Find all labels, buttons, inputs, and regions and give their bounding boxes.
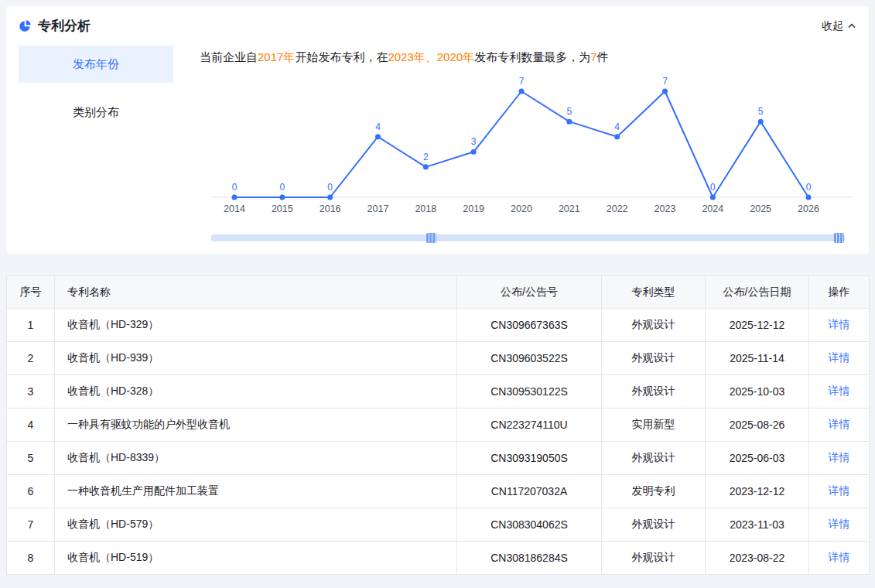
summary-part: 件 [596, 50, 608, 63]
detail-link[interactable]: 详情 [829, 484, 850, 497]
table-row: 1 收音机（HD-329） CN309667363S 外观设计 2025-12-… [7, 309, 870, 342]
cell-patent-name: 收音机（HD-939） [55, 342, 457, 375]
cell-patent-name: 收音机（HD-519） [55, 542, 457, 575]
svg-text:0: 0 [710, 182, 716, 193]
cell-patent-name: 收音机（HD-329） [55, 309, 457, 342]
detail-link[interactable]: 详情 [829, 451, 850, 463]
patent-table-card: 序号 专利名称 公布/公告号 专利类型 公布/公告日期 操作 1 收音机（HD-… [6, 275, 869, 575]
publication-year-line-chart: 0201402015020164201722018320197202052021… [200, 67, 856, 233]
patent-table: 序号 专利名称 公布/公告号 专利类型 公布/公告日期 操作 1 收音机（HD-… [6, 275, 870, 575]
cell-patent-type: 外观设计 [602, 342, 706, 375]
cell-patent-type: 外观设计 [602, 375, 706, 409]
cell-pub-date: 2023-08-22 [706, 542, 809, 575]
svg-text:4: 4 [614, 121, 620, 132]
cell-pub-date: 2025-12-12 [706, 309, 809, 342]
svg-text:4: 4 [375, 121, 381, 132]
cell-pub-number: CN309319050S [457, 442, 602, 475]
svg-text:7: 7 [519, 76, 525, 87]
svg-text:5: 5 [758, 106, 764, 117]
cell-index: 2 [7, 342, 55, 375]
tab-publish-year[interactable]: 发布年份 [19, 46, 173, 83]
cell-pub-date: 2025-08-26 [706, 409, 809, 442]
cell-patent-name: 一种具有驱蚊功能的户外型收音机 [55, 409, 457, 442]
svg-text:2: 2 [423, 152, 429, 162]
cell-patent-type: 发明专利 [602, 475, 706, 508]
svg-text:7: 7 [662, 76, 668, 87]
svg-text:0: 0 [806, 182, 812, 193]
cell-pub-number: CN308304062S [457, 508, 602, 542]
cell-index: 8 [7, 542, 55, 575]
cell-index: 6 [7, 475, 55, 508]
svg-text:2014: 2014 [224, 203, 245, 214]
cell-patent-name: 收音机（HD-579） [55, 508, 457, 542]
svg-text:2015: 2015 [272, 203, 293, 214]
tab-category-distribution[interactable]: 类别分布 [19, 94, 173, 131]
detail-link[interactable]: 详情 [829, 551, 850, 563]
pie-chart-icon [19, 19, 32, 32]
page-title: 专利分析 [38, 17, 91, 35]
cell-pub-number: CN117207032A [457, 475, 602, 508]
cell-pub-number: CN223274110U [457, 409, 602, 442]
data-zoom-left-handle[interactable] [426, 233, 436, 243]
cell-index: 1 [7, 309, 55, 342]
table-row: 4 一种具有驱蚊功能的户外型收音机 CN223274110U 实用新型 2025… [7, 409, 870, 442]
svg-text:2018: 2018 [415, 203, 436, 214]
cell-patent-type: 外观设计 [602, 542, 706, 575]
cell-index: 4 [7, 409, 55, 442]
cell-patent-type: 实用新型 [602, 409, 706, 442]
cell-pub-date: 2025-06-03 [706, 442, 809, 475]
table-header-row: 序号 专利名称 公布/公告号 专利类型 公布/公告日期 操作 [7, 276, 870, 309]
svg-text:2019: 2019 [463, 203, 484, 214]
svg-text:0: 0 [279, 182, 285, 193]
svg-text:5: 5 [566, 106, 572, 117]
detail-link[interactable]: 详情 [829, 318, 850, 330]
chart-area: 当前企业自2017年开始发布专利，在2023年、2020年发布专利数量最多，为7… [173, 46, 856, 241]
svg-text:0: 0 [327, 182, 333, 193]
summary-text: 当前企业自2017年开始发布专利，在2023年、2020年发布专利数量最多，为7… [200, 49, 856, 66]
summary-highlight-top-years: 2023年、2020年 [388, 50, 474, 63]
svg-text:2024: 2024 [702, 203, 723, 214]
tab-category-distribution-label: 类别分布 [73, 105, 119, 120]
svg-text:2016: 2016 [320, 203, 341, 214]
cell-patent-type: 外观设计 [602, 508, 706, 542]
header-patent-type: 专利类型 [602, 276, 706, 309]
data-zoom-right-handle[interactable] [834, 233, 844, 243]
cell-pub-number: CN308186284S [457, 542, 602, 575]
svg-text:2021: 2021 [559, 203, 580, 214]
cell-index: 5 [7, 442, 55, 475]
summary-part: 当前企业自 [200, 50, 258, 63]
svg-text:2017: 2017 [367, 203, 389, 214]
header-pub-number: 公布/公告号 [457, 276, 602, 309]
header-pub-date: 公布/公告日期 [706, 276, 809, 309]
table-row: 5 收音机（HD-8339） CN309319050S 外观设计 2025-06… [7, 442, 870, 475]
cell-patent-name: 收音机（HD-328） [55, 375, 457, 409]
detail-link[interactable]: 详情 [829, 351, 850, 364]
data-zoom-slider[interactable] [211, 234, 845, 241]
cell-pub-date: 2025-10-03 [706, 375, 809, 409]
table-row: 8 收音机（HD-519） CN308186284S 外观设计 2023-08-… [7, 542, 870, 575]
svg-text:2023: 2023 [655, 203, 676, 214]
cell-pub-number: CN309603522S [457, 342, 602, 375]
cell-pub-date: 2023-12-12 [706, 475, 809, 508]
header-index: 序号 [7, 276, 55, 309]
cell-patent-name: 收音机（HD-8339） [55, 442, 457, 475]
detail-link[interactable]: 详情 [829, 518, 850, 530]
table-row: 2 收音机（HD-939） CN309603522S 外观设计 2025-11-… [7, 342, 870, 375]
cell-pub-number: CN309667363S [457, 309, 602, 342]
table-row: 6 一种收音机生产用配件加工装置 CN117207032A 发明专利 2023-… [7, 475, 870, 508]
tab-publish-year-label: 发布年份 [73, 57, 119, 72]
detail-link[interactable]: 详情 [829, 418, 850, 430]
analysis-tabs: 发布年份 类别分布 [19, 46, 173, 131]
summary-part: 开始发布专利，在 [295, 50, 388, 63]
table-row: 7 收音机（HD-579） CN308304062S 外观设计 2023-11-… [7, 508, 870, 542]
detail-link[interactable]: 详情 [829, 385, 850, 397]
collapse-label: 收起 [822, 19, 843, 33]
svg-text:2022: 2022 [607, 203, 628, 214]
cell-patent-name: 一种收音机生产用配件加工装置 [55, 475, 457, 508]
cell-pub-date: 2023-11-03 [706, 508, 809, 542]
collapse-button[interactable]: 收起 [822, 19, 856, 33]
svg-text:2025: 2025 [750, 203, 771, 214]
cell-pub-date: 2025-11-14 [706, 342, 809, 375]
summary-part: 发布专利数量最多，为 [474, 50, 590, 63]
chevron-up-icon [847, 22, 856, 31]
